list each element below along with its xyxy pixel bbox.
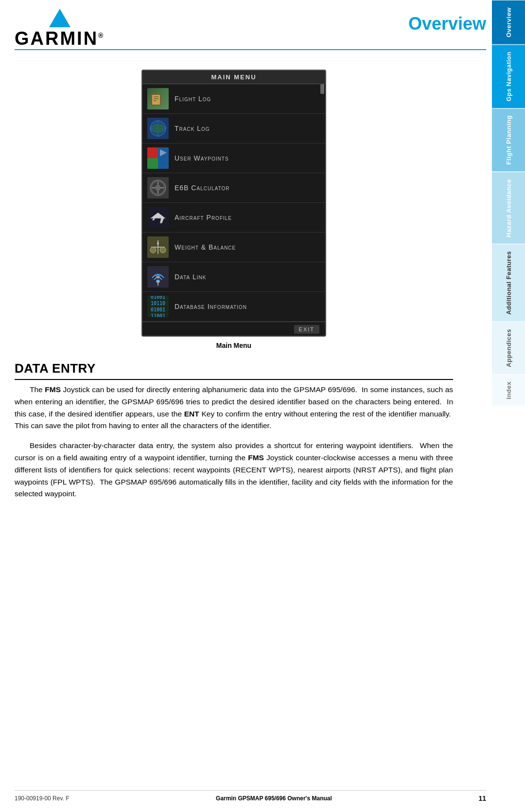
weight-balance-label: Weight & Balance: [175, 243, 236, 251]
data-entry-section-title: DATA ENTRY: [15, 361, 453, 380]
device-footer: EXIT: [142, 322, 325, 336]
svg-marker-26: [157, 240, 159, 244]
menu-item-data-link[interactable]: Data Link: [142, 262, 325, 292]
menu-scrollbar-area: Flight Log Track Log: [142, 84, 325, 322]
data-entry-paragraph1: The FMS Joystick can be used for directl…: [15, 384, 453, 432]
menu-item-weight-balance[interactable]: Weight & Balance: [142, 233, 325, 262]
fms-bold-2: FMS: [248, 453, 264, 462]
sidebar-tab-appendices[interactable]: Appendices: [492, 322, 525, 374]
menu-item-e6b-calculator[interactable]: E6B Calculator: [142, 173, 325, 203]
menu-item-user-waypoints[interactable]: User Waypoints: [142, 144, 325, 173]
page-header: GARMIN® Overview: [0, 0, 525, 49]
sidebar-tab-overview[interactable]: Overview: [492, 0, 525, 44]
flight-log-icon: [147, 88, 169, 109]
sidebar-tab-gps-navigation[interactable]: Gps Navigation: [492, 44, 525, 108]
fms-bold-1: FMS: [45, 385, 61, 394]
sidebar-tab-additional-features[interactable]: Additional Features: [492, 244, 525, 322]
flight-log-label: Flight Log: [175, 95, 211, 103]
device-container: Main Menu: [15, 70, 453, 349]
exit-button[interactable]: EXIT: [294, 325, 319, 334]
sidebar-tab-index[interactable]: Index: [492, 374, 525, 406]
data-link-label: Data Link: [175, 273, 206, 281]
device-caption: Main Menu: [216, 342, 251, 349]
e6b-calculator-icon: [147, 177, 169, 198]
svg-rect-1: [152, 95, 160, 105]
user-waypoints-icon: [147, 147, 169, 169]
database-information-label: Database Information: [175, 303, 247, 310]
menu-item-track-log[interactable]: Track Log: [142, 114, 325, 144]
user-waypoints-label: User Waypoints: [175, 154, 229, 162]
data-entry-paragraph2: Besides character-by-character data entr…: [15, 440, 453, 500]
garmin-triangle-icon: [49, 9, 70, 27]
device-screen: Main Menu: [141, 70, 326, 337]
sidebar-tab-hazard-avoidance[interactable]: Hazard Avoidance: [492, 172, 525, 244]
scroll-indicator[interactable]: [320, 84, 324, 94]
svg-point-17: [155, 185, 161, 191]
ent-bold: ENT: [184, 410, 199, 418]
device-screen-header: Main Menu: [142, 71, 325, 84]
svg-point-25: [160, 247, 166, 253]
page-footer: 190-00919-00 Rev. F Garmin GPSMAP 695/69…: [15, 790, 486, 802]
sidebar-tab-flight-planning[interactable]: Flight Planning: [492, 108, 525, 171]
page-title: Overview: [408, 9, 486, 34]
menu-item-database-information[interactable]: 01001101100100111001 Database Informatio…: [142, 292, 325, 322]
svg-rect-12: [147, 158, 158, 169]
track-log-icon: [147, 118, 169, 139]
footer-manual-title: Garmin GPSMAP 695/696 Owner's Manual: [216, 795, 332, 802]
e6b-calculator-label: E6B Calculator: [175, 184, 230, 192]
footer-revision: 190-00919-00 Rev. F: [15, 795, 70, 802]
data-link-icon: [147, 266, 169, 288]
garmin-brand-text: GARMIN®: [15, 28, 105, 49]
garmin-logo: GARMIN®: [15, 9, 105, 49]
page-number: 11: [478, 794, 486, 802]
svg-point-24: [150, 247, 156, 253]
main-menu-list: Flight Log Track Log: [142, 84, 325, 322]
menu-item-flight-log[interactable]: Flight Log: [142, 84, 325, 114]
aircraft-profile-icon: [147, 207, 169, 228]
svg-rect-10: [158, 147, 169, 169]
track-log-label: Track Log: [175, 125, 210, 132]
aircraft-profile-label: Aircraft Profile: [175, 214, 232, 221]
main-content: Main Menu: [0, 50, 492, 500]
right-sidebar: Overview Gps Navigation Flight Planning …: [492, 0, 525, 778]
database-information-icon: 01001101100100111001: [147, 296, 169, 317]
menu-item-aircraft-profile[interactable]: Aircraft Profile: [142, 203, 325, 233]
weight-balance-icon: [147, 236, 169, 258]
